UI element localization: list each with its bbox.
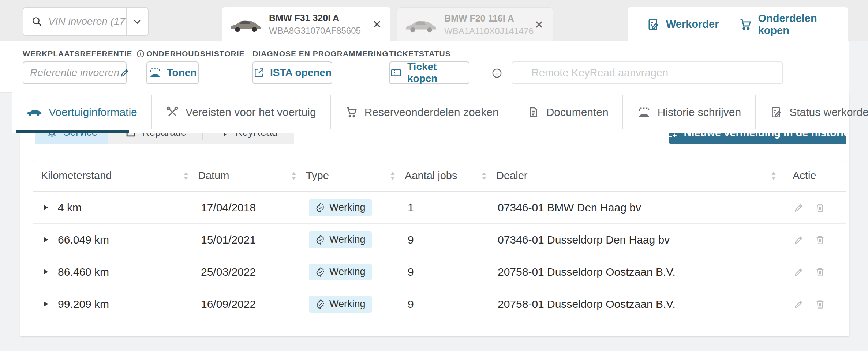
row-km: 86.460 km (58, 266, 109, 278)
main-tab-bar: Voertuiginformatie Vereisten voor het vo… (12, 92, 849, 133)
row-type: Werking (329, 234, 366, 245)
row-date: 15/01/2021 (198, 234, 306, 246)
ista-open-button[interactable]: ISTA openen (252, 61, 332, 84)
row-dealer: 07346-01 BMW Den Haag bv (496, 201, 786, 214)
column-header-aantal-jobs[interactable]: Aantal jobs (405, 160, 496, 191)
tab-documenten[interactable]: Documenten (513, 95, 622, 129)
delete-icon[interactable] (815, 299, 826, 310)
row-dealer: 20758-01 Dusseldorp Oostzaan B.V. (496, 266, 786, 278)
vehicle-vin: WBA8G31070AF85605 (269, 26, 373, 36)
column-header-datum[interactable]: Datum (198, 160, 306, 191)
bmw-workshop-app: VIN invoeren (17 tekens, BMW F31 320I A … (0, 0, 868, 351)
buy-parts-button[interactable]: Onderdelen kopen (738, 12, 849, 37)
row-km: 99.209 km (58, 298, 109, 310)
table-row: 66.049 km 15/01/2021 Werking 9 07346-01 … (33, 223, 846, 256)
close-icon[interactable]: ✕ (373, 19, 382, 30)
work-order-icon (770, 106, 783, 119)
vehicle-tab-active[interactable]: BMW F31 320I A WBA8G31070AF85605 ✕ (222, 7, 390, 41)
row-jobs: 9 (405, 234, 496, 246)
row-type: Werking (329, 202, 366, 213)
car-lift-icon (637, 105, 651, 119)
ticket-buy-button[interactable]: Ticket kopen (389, 61, 469, 84)
chevron-down-icon (132, 17, 142, 26)
delete-icon[interactable] (815, 267, 826, 278)
sort-icon (291, 171, 296, 181)
seal-check-icon (315, 299, 325, 309)
car-lift-icon (149, 66, 162, 79)
tab-voertuiginformatie[interactable]: Voertuiginformatie (12, 95, 151, 129)
workshop-reference-label: WERKPLAATSREFERENTIE (23, 49, 132, 58)
werkorder-button[interactable]: Werkorder (628, 18, 738, 31)
delete-icon[interactable] (815, 202, 826, 213)
service-history-table: Kilometerstand Datum Type Aantal jobs De… (33, 160, 846, 318)
row-date: 25/03/2022 (198, 266, 306, 278)
expand-caret-icon[interactable] (44, 237, 48, 243)
info-icon[interactable] (136, 49, 145, 58)
seal-check-icon (315, 235, 325, 245)
type-badge: Werking (309, 264, 372, 280)
vin-search-input[interactable]: VIN invoeren (17 tekens, (23, 7, 149, 36)
row-date: 16/09/2022 (198, 298, 306, 310)
seal-check-icon (315, 267, 325, 277)
sort-icon (390, 171, 395, 181)
diagnosis-label: DIAGNOSE EN PROGRAMMERING (252, 49, 389, 58)
sort-icon (183, 171, 188, 181)
vehicle-toolbar: WERKPLAATSREFERENTIE Referentie invoeren… (0, 41, 849, 93)
expand-caret-icon[interactable] (44, 301, 48, 307)
edit-icon[interactable] (793, 234, 804, 245)
close-icon[interactable]: ✕ (535, 19, 544, 30)
reference-placeholder: Referentie invoeren (30, 67, 119, 79)
row-dealer: 20758-01 Dusseldorp Oostzaan B.V. (496, 298, 786, 310)
sort-icon (771, 171, 776, 181)
edit-icon[interactable] (793, 267, 804, 278)
tools-icon (166, 106, 179, 119)
table-row: 99.209 km 16/09/2022 Werking 9 20758-01 … (33, 288, 846, 318)
table-header-row: Kilometerstand Datum Type Aantal jobs De… (33, 160, 846, 192)
reference-input[interactable]: Referentie invoeren (23, 61, 127, 84)
edit-icon[interactable] (793, 299, 804, 310)
row-km: 4 km (58, 201, 82, 214)
pencil-icon (119, 67, 130, 78)
table-row: 86.460 km 25/03/2022 Werking 9 20758-01 … (33, 256, 846, 288)
type-badge: Werking (309, 199, 372, 216)
cart-icon (345, 106, 358, 119)
remote-keyread-button[interactable]: Remote KeyRead aanvragen (512, 61, 783, 84)
edit-icon[interactable] (793, 202, 804, 213)
vehicle-title: BMW F31 320I A (269, 13, 339, 23)
table-body: 4 km 17/04/2018 Werking 1 07346-01 BMW D… (33, 192, 846, 318)
vin-search-dropdown-toggle[interactable] (126, 8, 148, 35)
work-order-icon (646, 18, 660, 31)
sort-icon (482, 171, 487, 181)
vehicle-tab-inactive[interactable]: BMW F20 116I A WBA1A110X0J141476 ✕ (397, 7, 553, 42)
column-header-dealer[interactable]: Dealer (496, 160, 786, 191)
top-bar: VIN invoeren (17 tekens, BMW F31 320I A … (0, 0, 868, 41)
row-jobs: 1 (405, 201, 496, 214)
ticket-icon (390, 67, 402, 79)
vehicle-thumbnail (404, 16, 438, 33)
tab-vereisten[interactable]: Vereisten voor het voertuig (152, 95, 330, 129)
ticket-status-label: TICKETSTATUS (389, 49, 451, 58)
seal-check-icon (315, 203, 325, 213)
info-icon[interactable] (491, 68, 502, 79)
document-icon (527, 106, 540, 118)
external-link-icon (253, 67, 265, 79)
type-badge: Werking (309, 231, 372, 248)
tab-historie-schrijven[interactable]: Historie schrijven (623, 95, 755, 129)
row-jobs: 9 (405, 298, 496, 310)
row-type: Werking (329, 266, 366, 278)
car-icon (26, 108, 42, 117)
row-jobs: 9 (405, 266, 496, 278)
delete-icon[interactable] (815, 234, 826, 245)
column-header-kilometerstand[interactable]: Kilometerstand (33, 160, 198, 191)
tab-status-werkorder[interactable]: Status werkorder (756, 95, 868, 129)
expand-caret-icon[interactable] (44, 204, 48, 211)
vin-search-placeholder: VIN invoeren (17 tekens, (48, 16, 126, 27)
search-icon (31, 16, 42, 27)
tab-reserveonderdelen[interactable]: Reserveonderdelen zoeken (331, 95, 513, 129)
column-header-type[interactable]: Type (306, 160, 405, 191)
row-km: 66.049 km (58, 234, 109, 246)
tonen-button[interactable]: Tonen (146, 61, 199, 84)
type-badge: Werking (309, 296, 372, 313)
maintenance-history-label: ONDERHOUDSHISTORIE (146, 49, 244, 58)
expand-caret-icon[interactable] (44, 269, 48, 275)
